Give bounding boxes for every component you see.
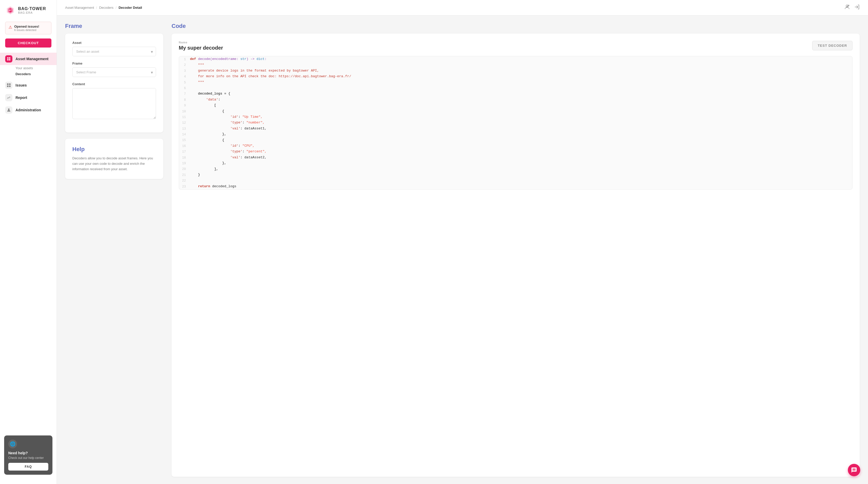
svg-rect-10 [7, 86, 8, 87]
sidebar-item-asset-management[interactable]: Asset Management [0, 53, 57, 65]
code-table: 1def decode(encodedtrame: str) -> dict:2… [179, 56, 852, 189]
breadcrumb: Asset Management / Decoders / Decoder De… [65, 6, 142, 9]
breadcrumb-item-1[interactable]: Asset Management [65, 6, 94, 9]
issues-box[interactable]: ⚠ Opened issues! 6 issues detected [5, 22, 52, 34]
content-form-group: Content [72, 82, 156, 120]
table-row: 3 generate device logs in the format exp… [179, 68, 852, 74]
page-body: Frame Asset Select an asset Frame [57, 15, 868, 484]
table-row: 7 decoded_logs = { [179, 91, 852, 97]
svg-rect-7 [9, 59, 10, 60]
help-title: Need help? [8, 451, 48, 455]
nav-section: Asset Management Your assets Decoders Is… [0, 53, 57, 118]
table-row: 23 return decoded_logs [179, 184, 852, 189]
asset-management-icon [5, 55, 12, 63]
svg-text:BT: BT [9, 9, 12, 12]
decoder-name-area: Name My super decoder [179, 41, 223, 51]
sidebar-item-issues[interactable]: Issues [0, 79, 57, 91]
main-content: Asset Management / Decoders / Decoder De… [57, 0, 868, 484]
content-label: Content [72, 82, 156, 86]
frame-form-group: Frame Select Frame [72, 62, 156, 77]
breadcrumb-sep-2: / [116, 6, 117, 9]
sidebar-item-decoders[interactable]: Decoders [16, 71, 52, 77]
logo-icon: BT [5, 5, 16, 15]
svg-point-12 [8, 108, 9, 110]
breadcrumb-sep-1: / [96, 6, 97, 9]
issues-label: Opened issues! [14, 25, 39, 28]
help-section-text: Decoders allow you to decode asset frame… [72, 156, 156, 172]
test-decoder-button[interactable]: TEST DECODER [812, 41, 852, 51]
code-header: Name My super decoder TEST DECODER [179, 41, 852, 51]
app-subtitle: BAG-ERA [18, 11, 46, 14]
table-row: 18 'val': dataAsset2, [179, 155, 852, 160]
table-row: 12 'type': "number", [179, 120, 852, 126]
help-sub: Check out our help center [8, 456, 48, 460]
table-row: 13 'val': dataAsset1, [179, 126, 852, 131]
table-row: 4 for more info on the API check the doc… [179, 74, 852, 79]
logo-area: BT BAG·TOWER BAG-ERA [0, 5, 57, 18]
frame-select-wrapper: Select Frame [72, 67, 156, 77]
issues-nav-icon [5, 82, 12, 89]
frame-section: Frame Asset Select an asset Frame [65, 23, 163, 132]
help-section-card: Help Decoders allow you to decode asset … [65, 139, 163, 179]
name-label: Name [179, 41, 223, 44]
report-nav-icon [5, 94, 12, 101]
help-box: 🌐 Need help? Check out our help center F… [4, 435, 53, 475]
administration-label: Administration [16, 108, 41, 112]
warning-icon: ⚠ [8, 25, 12, 30]
logout-icon[interactable] [854, 4, 860, 11]
chat-bubble[interactable] [848, 464, 860, 476]
table-row: 5 """ [179, 79, 852, 85]
svg-rect-8 [7, 84, 8, 85]
sidebar: BT BAG·TOWER BAG-ERA ⚠ Opened issues! 6 … [0, 0, 57, 484]
frame-select[interactable]: Select Frame [72, 67, 156, 77]
table-row: 6 [179, 85, 852, 91]
right-panel: Code Name My super decoder TEST DECODER … [172, 23, 860, 477]
checkout-button[interactable]: CHECKOUT [5, 38, 52, 47]
code-card: Name My super decoder TEST DECODER 1def … [172, 34, 860, 477]
left-panel: Frame Asset Select an asset Frame [65, 23, 163, 477]
svg-rect-4 [7, 57, 8, 59]
content-textarea[interactable] [72, 88, 156, 119]
admin-nav-icon [5, 106, 12, 114]
code-title: Code [172, 23, 860, 29]
table-row: 2 """ [179, 62, 852, 68]
asset-select[interactable]: Select an asset [72, 47, 156, 56]
asset-select-wrapper: Select an asset [72, 47, 156, 56]
asset-management-subnav: Your assets Decoders [0, 65, 57, 79]
table-row: 1def decode(encodedtrame: str) -> dict: [179, 56, 852, 62]
table-row: 8 'data': [179, 97, 852, 102]
frame-card: Asset Select an asset Frame Select Fra [65, 34, 163, 132]
breadcrumb-item-2[interactable]: Decoders [99, 6, 114, 9]
help-section-title: Help [72, 146, 156, 153]
table-row: 9 [ [179, 102, 852, 108]
table-row: 19 }, [179, 160, 852, 166]
report-label: Report [16, 96, 27, 100]
asset-management-label: Asset Management [16, 57, 49, 61]
topbar-actions [844, 4, 860, 11]
edit-profile-icon[interactable] [844, 4, 850, 11]
table-row: 14 }, [179, 131, 852, 137]
table-row: 21 } [179, 172, 852, 178]
logo-text-area: BAG·TOWER BAG-ERA [18, 6, 46, 14]
decoder-name: My super decoder [179, 45, 223, 51]
sidebar-item-your-assets[interactable]: Your assets [16, 65, 52, 71]
svg-rect-5 [9, 57, 10, 59]
svg-rect-11 [9, 86, 10, 87]
table-row: 20 ], [179, 166, 852, 172]
breadcrumb-item-3: Decoder Detail [119, 6, 142, 9]
sidebar-item-report[interactable]: Report [0, 91, 57, 104]
table-row: 11 'id': "Up Time", [179, 114, 852, 120]
table-row: 22 [179, 178, 852, 183]
faq-button[interactable]: FAQ [8, 463, 48, 471]
frame-title: Frame [65, 23, 163, 29]
sidebar-item-administration[interactable]: Administration [0, 104, 57, 116]
code-editor[interactable]: 1def decode(encodedtrame: str) -> dict:2… [179, 56, 852, 190]
asset-form-group: Asset Select an asset [72, 41, 156, 56]
table-row: 15 { [179, 137, 852, 143]
issues-label: Issues [16, 83, 27, 87]
globe-icon: 🌐 [8, 440, 17, 448]
svg-rect-9 [9, 84, 10, 85]
frame-label: Frame [72, 62, 156, 65]
svg-rect-6 [7, 59, 8, 60]
issues-sub: 6 issues detected [14, 28, 39, 32]
